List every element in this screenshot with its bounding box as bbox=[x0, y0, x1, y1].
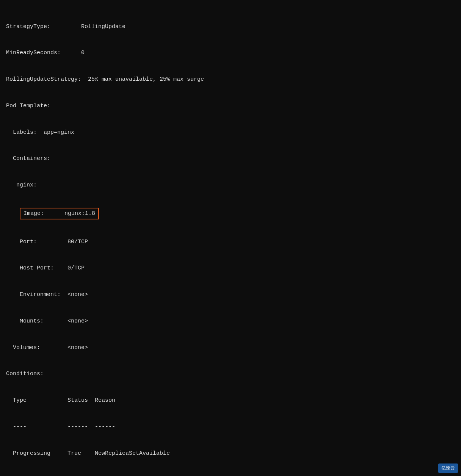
terminal-output: StrategyType: RollingUpdate MinReadySeco… bbox=[6, 5, 455, 476]
line-labels: Labels: app=nginx bbox=[6, 128, 455, 137]
line-image: Image: nginx:1.8 bbox=[6, 207, 455, 220]
line-strategy-type: StrategyType: RollingUpdate bbox=[6, 22, 455, 31]
line-cond-dashes: ---- ------ ------ bbox=[6, 423, 455, 431]
line-containers: Containers: bbox=[6, 154, 455, 163]
line-cond-header: Type Status Reason bbox=[6, 396, 455, 405]
line-cond-progressing: Progressing True NewReplicaSetAvailable bbox=[6, 449, 455, 458]
line-port: Port: 80/TCP bbox=[6, 238, 455, 246]
line-mounts: Mounts: <none> bbox=[6, 317, 455, 326]
line-host-port: Host Port: 0/TCP bbox=[6, 264, 455, 272]
image-label: Image: bbox=[24, 210, 44, 217]
line-rolling-strategy: RollingUpdateStrategy: 25% max unavailab… bbox=[6, 75, 455, 84]
line-volumes: Volumes: <none> bbox=[6, 343, 455, 352]
line-min-ready: MinReadySeconds: 0 bbox=[6, 49, 455, 57]
watermark-badge: 亿速云 bbox=[438, 463, 458, 473]
line-nginx-label: nginx: bbox=[6, 181, 455, 189]
line-conditions: Conditions: bbox=[6, 370, 455, 378]
line-environment: Environment: <none> bbox=[6, 290, 455, 299]
line-pod-template: Pod Template: bbox=[6, 102, 455, 110]
image-value: nginx:1.8 bbox=[64, 210, 95, 217]
image-highlight-box: Image: nginx:1.8 bbox=[20, 208, 99, 219]
